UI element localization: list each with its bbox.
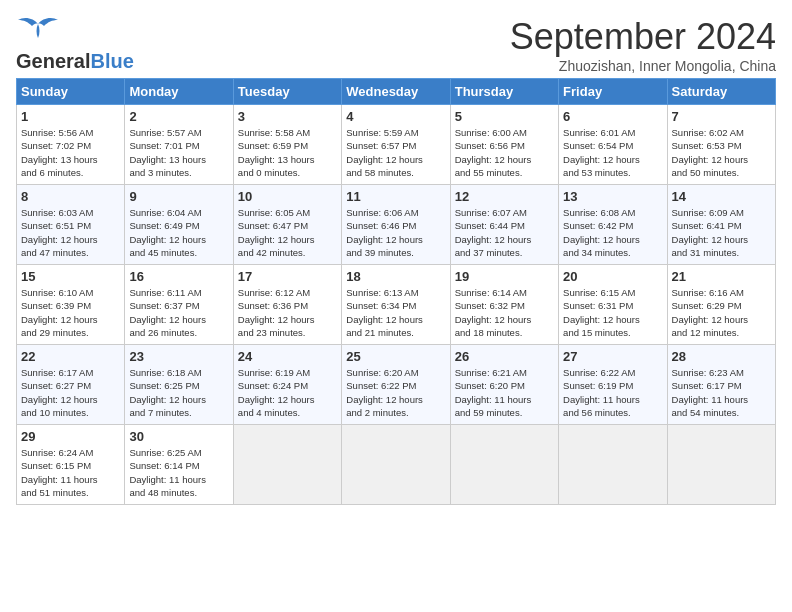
day-number: 22 <box>21 349 120 364</box>
day-number: 4 <box>346 109 445 124</box>
day-number: 12 <box>455 189 554 204</box>
day-number: 7 <box>672 109 771 124</box>
day-info: Sunrise: 6:18 AM Sunset: 6:25 PM Dayligh… <box>129 366 228 419</box>
calendar-day: 28Sunrise: 6:23 AM Sunset: 6:17 PM Dayli… <box>667 345 775 425</box>
day-number: 16 <box>129 269 228 284</box>
day-number: 26 <box>455 349 554 364</box>
calendar-day: 9Sunrise: 6:04 AM Sunset: 6:49 PM Daylig… <box>125 185 233 265</box>
weekday-header-friday: Friday <box>559 79 667 105</box>
day-info: Sunrise: 5:58 AM Sunset: 6:59 PM Dayligh… <box>238 126 337 179</box>
day-info: Sunrise: 6:24 AM Sunset: 6:15 PM Dayligh… <box>21 446 120 499</box>
day-info: Sunrise: 5:59 AM Sunset: 6:57 PM Dayligh… <box>346 126 445 179</box>
calendar-day: 2Sunrise: 5:57 AM Sunset: 7:01 PM Daylig… <box>125 105 233 185</box>
day-info: Sunrise: 5:56 AM Sunset: 7:02 PM Dayligh… <box>21 126 120 179</box>
day-info: Sunrise: 6:09 AM Sunset: 6:41 PM Dayligh… <box>672 206 771 259</box>
day-info: Sunrise: 6:02 AM Sunset: 6:53 PM Dayligh… <box>672 126 771 179</box>
calendar-table: SundayMondayTuesdayWednesdayThursdayFrid… <box>16 78 776 505</box>
calendar-day: 17Sunrise: 6:12 AM Sunset: 6:36 PM Dayli… <box>233 265 341 345</box>
calendar-day: 20Sunrise: 6:15 AM Sunset: 6:31 PM Dayli… <box>559 265 667 345</box>
day-number: 23 <box>129 349 228 364</box>
calendar-day <box>667 425 775 505</box>
calendar-day: 25Sunrise: 6:20 AM Sunset: 6:22 PM Dayli… <box>342 345 450 425</box>
calendar-day: 21Sunrise: 6:16 AM Sunset: 6:29 PM Dayli… <box>667 265 775 345</box>
day-number: 17 <box>238 269 337 284</box>
calendar-week-1: 1Sunrise: 5:56 AM Sunset: 7:02 PM Daylig… <box>17 105 776 185</box>
day-number: 14 <box>672 189 771 204</box>
day-number: 28 <box>672 349 771 364</box>
calendar-day <box>233 425 341 505</box>
calendar-day: 30Sunrise: 6:25 AM Sunset: 6:14 PM Dayli… <box>125 425 233 505</box>
logo-bird-icon <box>16 16 60 48</box>
day-info: Sunrise: 6:16 AM Sunset: 6:29 PM Dayligh… <box>672 286 771 339</box>
day-info: Sunrise: 6:19 AM Sunset: 6:24 PM Dayligh… <box>238 366 337 419</box>
day-info: Sunrise: 6:20 AM Sunset: 6:22 PM Dayligh… <box>346 366 445 419</box>
calendar-day <box>450 425 558 505</box>
calendar-header: SundayMondayTuesdayWednesdayThursdayFrid… <box>17 79 776 105</box>
calendar-day: 18Sunrise: 6:13 AM Sunset: 6:34 PM Dayli… <box>342 265 450 345</box>
page-header: GeneralBlue September 2024 Zhuozishan, I… <box>16 16 776 74</box>
location-subtitle: Zhuozishan, Inner Mongolia, China <box>510 58 776 74</box>
day-number: 27 <box>563 349 662 364</box>
day-number: 9 <box>129 189 228 204</box>
logo-area: GeneralBlue <box>16 16 134 73</box>
calendar-day: 5Sunrise: 6:00 AM Sunset: 6:56 PM Daylig… <box>450 105 558 185</box>
weekday-header-tuesday: Tuesday <box>233 79 341 105</box>
day-number: 5 <box>455 109 554 124</box>
day-number: 15 <box>21 269 120 284</box>
day-info: Sunrise: 6:00 AM Sunset: 6:56 PM Dayligh… <box>455 126 554 179</box>
calendar-day: 4Sunrise: 5:59 AM Sunset: 6:57 PM Daylig… <box>342 105 450 185</box>
calendar-day <box>342 425 450 505</box>
day-number: 10 <box>238 189 337 204</box>
calendar-week-4: 22Sunrise: 6:17 AM Sunset: 6:27 PM Dayli… <box>17 345 776 425</box>
day-info: Sunrise: 6:04 AM Sunset: 6:49 PM Dayligh… <box>129 206 228 259</box>
logo <box>16 16 60 50</box>
calendar-day: 13Sunrise: 6:08 AM Sunset: 6:42 PM Dayli… <box>559 185 667 265</box>
weekday-header-saturday: Saturday <box>667 79 775 105</box>
logo-general: General <box>16 50 90 73</box>
day-info: Sunrise: 6:21 AM Sunset: 6:20 PM Dayligh… <box>455 366 554 419</box>
day-info: Sunrise: 5:57 AM Sunset: 7:01 PM Dayligh… <box>129 126 228 179</box>
day-info: Sunrise: 6:15 AM Sunset: 6:31 PM Dayligh… <box>563 286 662 339</box>
day-info: Sunrise: 6:23 AM Sunset: 6:17 PM Dayligh… <box>672 366 771 419</box>
day-number: 19 <box>455 269 554 284</box>
calendar-day: 3Sunrise: 5:58 AM Sunset: 6:59 PM Daylig… <box>233 105 341 185</box>
month-year-title: September 2024 <box>510 16 776 58</box>
calendar-day: 27Sunrise: 6:22 AM Sunset: 6:19 PM Dayli… <box>559 345 667 425</box>
calendar-day: 7Sunrise: 6:02 AM Sunset: 6:53 PM Daylig… <box>667 105 775 185</box>
calendar-day: 14Sunrise: 6:09 AM Sunset: 6:41 PM Dayli… <box>667 185 775 265</box>
day-info: Sunrise: 6:11 AM Sunset: 6:37 PM Dayligh… <box>129 286 228 339</box>
calendar-day: 10Sunrise: 6:05 AM Sunset: 6:47 PM Dayli… <box>233 185 341 265</box>
calendar-day: 19Sunrise: 6:14 AM Sunset: 6:32 PM Dayli… <box>450 265 558 345</box>
day-info: Sunrise: 6:05 AM Sunset: 6:47 PM Dayligh… <box>238 206 337 259</box>
calendar-body: 1Sunrise: 5:56 AM Sunset: 7:02 PM Daylig… <box>17 105 776 505</box>
calendar-day <box>559 425 667 505</box>
day-info: Sunrise: 6:13 AM Sunset: 6:34 PM Dayligh… <box>346 286 445 339</box>
day-info: Sunrise: 6:08 AM Sunset: 6:42 PM Dayligh… <box>563 206 662 259</box>
day-info: Sunrise: 6:06 AM Sunset: 6:46 PM Dayligh… <box>346 206 445 259</box>
day-info: Sunrise: 6:10 AM Sunset: 6:39 PM Dayligh… <box>21 286 120 339</box>
logo-text: GeneralBlue <box>16 50 134 73</box>
day-info: Sunrise: 6:03 AM Sunset: 6:51 PM Dayligh… <box>21 206 120 259</box>
logo-blue: Blue <box>90 50 133 73</box>
day-number: 3 <box>238 109 337 124</box>
calendar-day: 12Sunrise: 6:07 AM Sunset: 6:44 PM Dayli… <box>450 185 558 265</box>
day-info: Sunrise: 6:12 AM Sunset: 6:36 PM Dayligh… <box>238 286 337 339</box>
weekday-header-thursday: Thursday <box>450 79 558 105</box>
day-number: 18 <box>346 269 445 284</box>
day-info: Sunrise: 6:07 AM Sunset: 6:44 PM Dayligh… <box>455 206 554 259</box>
calendar-day: 29Sunrise: 6:24 AM Sunset: 6:15 PM Dayli… <box>17 425 125 505</box>
day-number: 30 <box>129 429 228 444</box>
day-number: 11 <box>346 189 445 204</box>
day-number: 8 <box>21 189 120 204</box>
weekday-header-wednesday: Wednesday <box>342 79 450 105</box>
day-number: 1 <box>21 109 120 124</box>
calendar-day: 23Sunrise: 6:18 AM Sunset: 6:25 PM Dayli… <box>125 345 233 425</box>
day-info: Sunrise: 6:01 AM Sunset: 6:54 PM Dayligh… <box>563 126 662 179</box>
calendar-day: 24Sunrise: 6:19 AM Sunset: 6:24 PM Dayli… <box>233 345 341 425</box>
calendar-day: 26Sunrise: 6:21 AM Sunset: 6:20 PM Dayli… <box>450 345 558 425</box>
day-number: 21 <box>672 269 771 284</box>
day-number: 2 <box>129 109 228 124</box>
day-info: Sunrise: 6:17 AM Sunset: 6:27 PM Dayligh… <box>21 366 120 419</box>
calendar-day: 11Sunrise: 6:06 AM Sunset: 6:46 PM Dayli… <box>342 185 450 265</box>
calendar-day: 6Sunrise: 6:01 AM Sunset: 6:54 PM Daylig… <box>559 105 667 185</box>
